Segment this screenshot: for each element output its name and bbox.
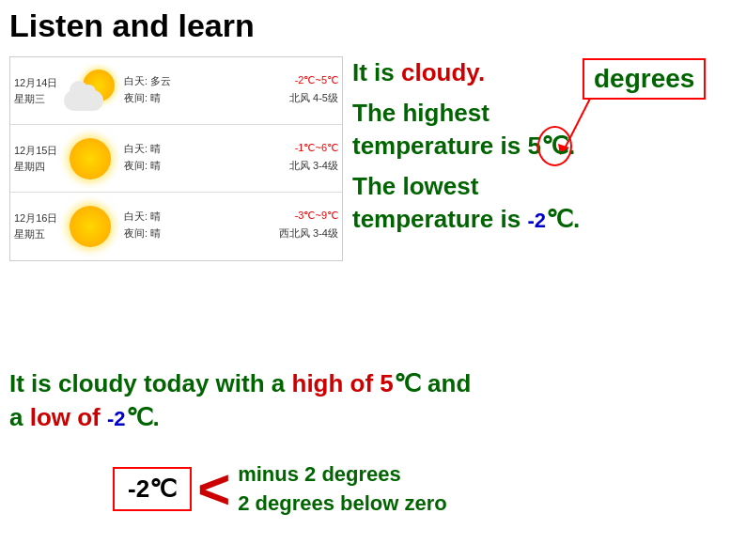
degree-circle: ℃ [541, 130, 568, 163]
sentence-3-line2: temperature is -2℃. [352, 203, 742, 236]
weather-icon-sunny2 [59, 201, 120, 253]
daytime-label: 白天: 晴 [124, 210, 161, 224]
explanation-line-2: 2 degrees below zero [238, 490, 447, 519]
bottom-text1: It is cloudy today with a [9, 369, 292, 397]
weather-info: 白天: 晴 -1℃~6℃ 夜间: 晴 北风 3-4级 [120, 142, 338, 176]
sentence-3: The lowest temperature is -2℃. [352, 170, 742, 236]
minus-box: -2℃ [113, 467, 192, 511]
bottom-neg2: -2 [107, 407, 126, 430]
explanation-line-1: minus 2 degrees [238, 460, 447, 490]
night-label: 夜间: 晴 [124, 159, 161, 173]
s2-degree: ℃ [541, 132, 568, 160]
sentence-1: It is cloudy. [352, 56, 742, 89]
sentence-3-line1: The lowest [352, 170, 742, 203]
sentence-2-line2: temperature is 5℃. [352, 130, 742, 163]
bottom-period: . [153, 403, 160, 431]
weather-table: 12月14日 星期三 白天: 多云 -2℃~5℃ 夜间: 晴 北风 4-5级 1… [9, 56, 343, 261]
weather-row: 12月14日 星期三 白天: 多云 -2℃~5℃ 夜间: 晴 北风 4-5级 [10, 57, 342, 125]
date-col: 12月16日 星期五 [14, 211, 59, 241]
bottom-highlight2: low of [30, 403, 107, 431]
night-label: 夜间: 晴 [124, 226, 161, 241]
date: 12月15日 [14, 144, 59, 158]
day-of-week: 星期三 [14, 92, 59, 106]
date-col: 12月15日 星期四 [14, 144, 59, 174]
less-than-symbol: < [197, 461, 230, 518]
weather-icon-cloudy [59, 65, 120, 117]
day-of-week: 星期四 [14, 160, 59, 174]
weather-info: 白天: 晴 -3℃~9℃ 夜间: 晴 西北风 3-4级 [120, 210, 338, 243]
temp: -1℃~6℃ [295, 142, 338, 156]
bottom-text3: a [9, 403, 30, 431]
day-of-week: 星期五 [14, 227, 59, 241]
bottom-degree2: ℃ [126, 403, 153, 431]
s1-prefix: It is [352, 58, 401, 86]
sentence-1-text: It is cloudy. [352, 58, 485, 86]
temp: -2℃~5℃ [295, 74, 338, 88]
s3-prefix: temperature is [352, 205, 527, 233]
page-title: Listen and learn [9, 8, 255, 44]
bottom-degree1: ℃ [394, 369, 421, 397]
weather-row: 12月15日 星期四 白天: 晴 -1℃~6℃ 夜间: 晴 北风 3-4级 [10, 125, 342, 193]
bottom-paragraph: It is cloudy today with a high of 5℃ and… [9, 366, 738, 435]
sentence-2: The highest temperature is 5℃. [352, 97, 742, 163]
daytime-label: 白天: 多云 [124, 74, 171, 88]
wind-label: 北风 4-5级 [289, 91, 338, 105]
s1-highlight: cloudy. [401, 58, 485, 86]
minus-explanation-area: -2℃ < minus 2 degrees 2 degrees below ze… [113, 460, 447, 519]
wind-label: 北风 3-4级 [289, 159, 338, 173]
bottom-text2: and [421, 369, 471, 397]
date: 12月16日 [14, 211, 59, 226]
wind-label: 西北风 3-4级 [279, 226, 338, 241]
weather-icon-sunny [59, 132, 120, 184]
sentence-2-line1: The highest [352, 97, 742, 130]
weather-info: 白天: 多云 -2℃~5℃ 夜间: 晴 北风 4-5级 [120, 74, 338, 108]
date: 12月14日 [14, 76, 59, 90]
night-label: 夜间: 晴 [124, 91, 161, 105]
right-content-sentences: It is cloudy. The highest temperature is… [352, 56, 742, 243]
s2-prefix: temperature is 5 [352, 132, 541, 160]
bottom-highlight1: high of 5 [292, 369, 394, 397]
date-col: 12月14日 星期三 [14, 76, 59, 106]
daytime-label: 白天: 晴 [124, 142, 161, 156]
s3-neg: -2 [527, 210, 546, 233]
temp: -3℃~9℃ [295, 210, 338, 224]
s3-degree-period: ℃. [546, 205, 580, 233]
weather-row: 12月16日 星期五 白天: 晴 -3℃~9℃ 夜间: 晴 西北风 3-4级 [10, 193, 342, 260]
explanations: minus 2 degrees 2 degrees below zero [238, 460, 447, 519]
